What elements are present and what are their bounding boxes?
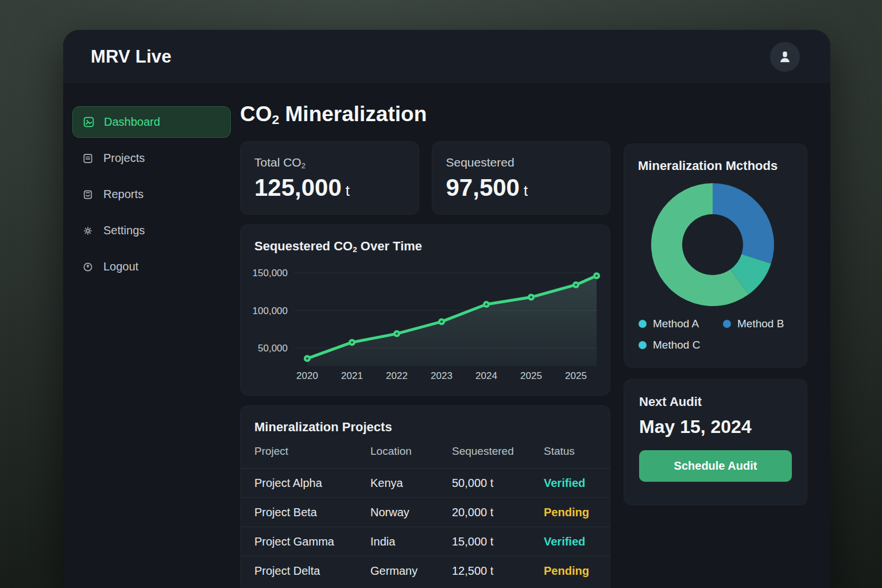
table-row: Project Gamma India 15,000 t Verified: [241, 527, 610, 556]
cell-location: Kenya: [370, 477, 452, 490]
sidebar-item-projects[interactable]: Projects: [72, 142, 231, 174]
cell-sequestered: 50,000 t: [452, 477, 544, 490]
table-row: Project Alpha Kenya 50,000 t Verified: [241, 468, 610, 497]
stat-card-total-co2: Total CO2 125,000t: [240, 141, 419, 215]
svg-text:150,000: 150,000: [253, 268, 288, 278]
legend-item-method-a: Method A: [639, 318, 723, 330]
projects-table-title: Mineralization Projects: [241, 406, 610, 435]
app-title: MRV Live: [91, 47, 172, 67]
next-audit-title: Next Audit: [639, 394, 792, 409]
legend-dot: [639, 320, 647, 328]
stat-value: 125,000t: [254, 174, 405, 202]
table-row: Project Delta Germany 12,500 t Pending: [241, 556, 610, 585]
methods-title: Mineralization Mcthods: [624, 144, 807, 173]
right-column: Mineralization Mcthods Method A Method B…: [624, 83, 807, 588]
cell-project: Project Delta: [254, 564, 370, 578]
legend-item-method-c: Method C: [639, 339, 723, 351]
legend-dot: [639, 341, 647, 349]
cell-location: Norway: [370, 506, 452, 519]
column-header: Status: [544, 445, 596, 458]
cell-location: India: [370, 535, 452, 548]
table-row: Project Beta Norway 20,000 t Pending: [241, 497, 610, 527]
sidebar-item-label: Dashboard: [104, 115, 160, 129]
next-audit-card: Next Audit May 15, 2024 Schedule Audit: [624, 379, 807, 505]
table-header-row: Project Location Sequestered Status: [241, 435, 610, 468]
svg-text:2021: 2021: [341, 370, 363, 381]
methods-card: Mineralization Mcthods Method A Method B…: [624, 144, 807, 368]
projects-table-card: Mineralization Projects Project Location…: [240, 405, 610, 588]
svg-text:2020: 2020: [296, 370, 318, 381]
column-header: Sequestered: [452, 445, 544, 458]
cell-project: Project Beta: [254, 506, 370, 519]
person-icon: [777, 49, 792, 64]
stat-card-sequestered: Sequestered 97,500t: [432, 141, 611, 215]
line-chart-card: 50,000100,000150,00020202021202220232024…: [240, 225, 610, 396]
status-badge: Verified: [544, 477, 596, 490]
legend-item-method-b: Method B: [723, 318, 798, 330]
main-content: CO2 Mineralization Total CO2 125,000t Se…: [240, 83, 610, 588]
svg-text:2025: 2025: [565, 370, 587, 381]
cell-sequestered: 20,000 t: [452, 506, 544, 519]
sidebar-item-label: Projects: [103, 152, 145, 165]
cell-project: Project Gamma: [254, 535, 370, 548]
sidebar-item-settings[interactable]: Settings: [72, 215, 231, 246]
cell-project: Project Alpha: [254, 477, 370, 490]
schedule-audit-button[interactable]: Schedule Audit: [639, 450, 792, 482]
svg-text:2023: 2023: [431, 370, 452, 381]
svg-text:100,000: 100,000: [253, 305, 288, 316]
dashboard-icon: [82, 116, 95, 129]
next-audit-date: May 15, 2024: [639, 416, 792, 438]
sidebar-item-label: Reports: [103, 188, 144, 201]
sidebar-item-logout[interactable]: Logout: [72, 251, 231, 283]
gear-icon: [82, 225, 94, 237]
projects-icon: [82, 152, 94, 165]
status-badge: Pending: [544, 564, 596, 578]
status-badge: Verified: [544, 535, 596, 548]
user-avatar[interactable]: [770, 42, 800, 72]
sidebar-item-dashboard[interactable]: Dashboard: [72, 106, 231, 138]
app-window: MRV Live Dashboard: [63, 30, 830, 588]
donut-legend: Method A Method B Method C: [639, 318, 798, 351]
app-header: MRV Live: [63, 30, 830, 83]
column-header: Project: [254, 445, 370, 458]
page-title: CO2 Mineralization: [240, 102, 610, 126]
sidebar-item-label: Settings: [103, 224, 145, 237]
svg-text:2022: 2022: [386, 370, 408, 381]
sidebar-item-reports[interactable]: Reports: [72, 179, 231, 210]
stat-label: Sequestered: [446, 156, 597, 169]
cell-location: Germany: [370, 564, 452, 578]
cell-sequestered: 12,500 t: [452, 564, 544, 578]
status-badge: Pending: [544, 506, 596, 519]
legend-dot: [723, 320, 731, 328]
column-header: Location: [370, 445, 452, 458]
svg-text:2025: 2025: [520, 370, 542, 381]
sidebar-item-label: Logout: [103, 260, 138, 273]
cell-sequestered: 15,000 t: [452, 535, 544, 548]
reports-icon: [82, 188, 94, 201]
sidebar: Dashboard Projects: [63, 83, 240, 588]
line-chart-title: Sequestered CO2 Over Time: [241, 225, 610, 254]
logout-icon: [82, 261, 94, 273]
stat-value: 97,500t: [446, 174, 597, 202]
svg-text:50,000: 50,000: [258, 343, 288, 354]
svg-text:2024: 2024: [475, 370, 497, 381]
stat-label: Total CO2: [254, 156, 405, 169]
